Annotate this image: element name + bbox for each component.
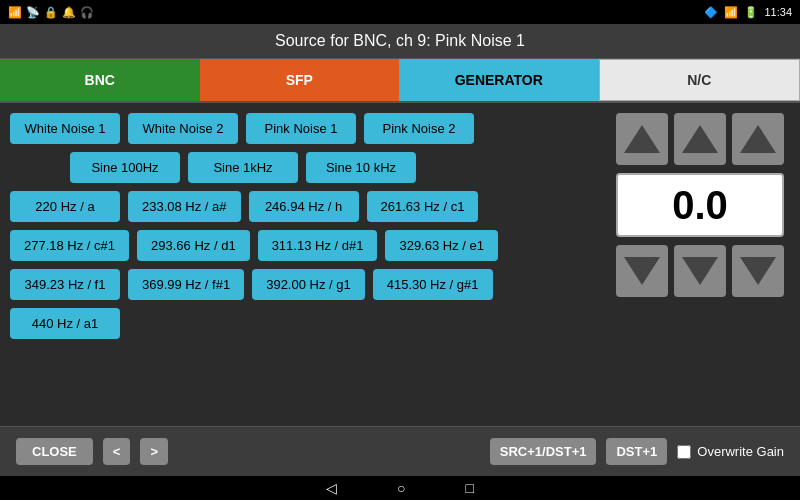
sine-10khz-button[interactable]: Sine 10 kHz xyxy=(306,152,416,183)
freq-349f1-button[interactable]: 349.23 Hz / f1 xyxy=(10,269,120,300)
wifi-status-icon: 📶 xyxy=(724,6,738,19)
noise-row: White Noise 1 White Noise 2 Pink Noise 1… xyxy=(10,113,600,144)
volume-icon: 🔔 xyxy=(62,6,76,19)
pink-noise-2-button[interactable]: Pink Noise 2 xyxy=(364,113,474,144)
next-button[interactable]: > xyxy=(140,438,168,465)
recents-icon[interactable]: □ xyxy=(466,480,474,496)
lock-icon: 🔒 xyxy=(44,6,58,19)
freq-233a-button[interactable]: 233.08 Hz / a# xyxy=(128,191,241,222)
up-arrow-2-button[interactable] xyxy=(674,113,726,165)
down-arrow-2-button[interactable] xyxy=(674,245,726,297)
back-icon[interactable]: ◁ xyxy=(326,480,337,496)
status-bar: 📶 📡 🔒 🔔 🎧 🔷 📶 🔋 11:34 xyxy=(0,0,800,24)
time-display: 11:34 xyxy=(764,6,792,18)
freq-440a1-button[interactable]: 440 Hz / a1 xyxy=(10,308,120,339)
close-button[interactable]: CLOSE xyxy=(16,438,93,465)
up-arrow-1-icon xyxy=(624,125,660,153)
freq-246h-button[interactable]: 246.94 Hz / h xyxy=(249,191,359,222)
status-icons-right: 🔷 📶 🔋 11:34 xyxy=(704,6,792,19)
down-arrow-row xyxy=(616,245,784,297)
title-bar: Source for BNC, ch 9: Pink Noise 1 xyxy=(0,24,800,59)
sine-row: Sine 100Hz Sine 1kHz Sine 10 kHz xyxy=(10,152,600,183)
value-display: 0.0 xyxy=(616,173,784,237)
freq-369f1-button[interactable]: 369.99 Hz / f#1 xyxy=(128,269,244,300)
bluetooth-icon: 🔷 xyxy=(704,6,718,19)
tab-nc[interactable]: N/C xyxy=(599,59,801,101)
overwrite-label[interactable]: Overwrite Gain xyxy=(677,444,784,459)
up-arrow-row xyxy=(616,113,784,165)
status-icons-left: 📶 📡 🔒 🔔 🎧 xyxy=(8,6,94,19)
pink-noise-1-button[interactable]: Pink Noise 1 xyxy=(246,113,356,144)
freq-row-3: 277.18 Hz / c#1 293.66 Hz / d1 311.13 Hz… xyxy=(10,230,600,261)
white-noise-1-button[interactable]: White Noise 1 xyxy=(10,113,120,144)
freq-row-5: 440 Hz / a1 xyxy=(10,308,600,339)
freq-415g1-button[interactable]: 415.30 Hz / g#1 xyxy=(373,269,493,300)
freq-261c1-button[interactable]: 261.63 Hz / c1 xyxy=(367,191,479,222)
home-icon[interactable]: ○ xyxy=(397,480,405,496)
nav-bar: ◁ ○ □ xyxy=(0,476,800,500)
freq-392g1-button[interactable]: 392.00 Hz / g1 xyxy=(252,269,365,300)
freq-row-4: 349.23 Hz / f1 369.99 Hz / f#1 392.00 Hz… xyxy=(10,269,600,300)
up-arrow-1-button[interactable] xyxy=(616,113,668,165)
freq-220a-button[interactable]: 220 Hz / a xyxy=(10,191,120,222)
up-arrow-2-icon xyxy=(682,125,718,153)
headphone-icon: 🎧 xyxy=(80,6,94,19)
overwrite-text: Overwrite Gain xyxy=(697,444,784,459)
battery-icon: 🔋 xyxy=(744,6,758,19)
freq-277c1-button[interactable]: 277.18 Hz / c#1 xyxy=(10,230,129,261)
tab-sfp[interactable]: SFP xyxy=(200,59,400,101)
page-title: Source for BNC, ch 9: Pink Noise 1 xyxy=(275,32,525,49)
left-panel: White Noise 1 White Noise 2 Pink Noise 1… xyxy=(10,113,600,416)
sine-100hz-button[interactable]: Sine 100Hz xyxy=(70,152,180,183)
prev-button[interactable]: < xyxy=(103,438,131,465)
tab-bnc[interactable]: BNC xyxy=(0,59,200,101)
freq-311d1-button[interactable]: 311.13 Hz / d#1 xyxy=(258,230,378,261)
app-container: Source for BNC, ch 9: Pink Noise 1 BNC S… xyxy=(0,24,800,476)
down-arrow-1-button[interactable] xyxy=(616,245,668,297)
signal-icon: 📡 xyxy=(26,6,40,19)
freq-293d1-button[interactable]: 293.66 Hz / d1 xyxy=(137,230,250,261)
bottom-bar: CLOSE < > SRC+1/DST+1 DST+1 Overwrite Ga… xyxy=(0,426,800,476)
up-arrow-3-icon xyxy=(740,125,776,153)
right-panel: 0.0 xyxy=(610,113,790,416)
content-area: White Noise 1 White Noise 2 Pink Noise 1… xyxy=(0,103,800,426)
dst-button[interactable]: DST+1 xyxy=(606,438,667,465)
wifi-icon: 📶 xyxy=(8,6,22,19)
freq-row-2: 220 Hz / a 233.08 Hz / a# 246.94 Hz / h … xyxy=(10,191,600,222)
down-arrow-1-icon xyxy=(624,257,660,285)
tab-generator[interactable]: GENERATOR xyxy=(399,59,599,101)
source-tabs: BNC SFP GENERATOR N/C xyxy=(0,59,800,103)
white-noise-2-button[interactable]: White Noise 2 xyxy=(128,113,238,144)
overwrite-checkbox[interactable] xyxy=(677,445,691,459)
down-arrow-3-button[interactable] xyxy=(732,245,784,297)
freq-329e1-button[interactable]: 329.63 Hz / e1 xyxy=(385,230,498,261)
src-dst-button[interactable]: SRC+1/DST+1 xyxy=(490,438,597,465)
up-arrow-3-button[interactable] xyxy=(732,113,784,165)
sine-1khz-button[interactable]: Sine 1kHz xyxy=(188,152,298,183)
down-arrow-3-icon xyxy=(740,257,776,285)
down-arrow-2-icon xyxy=(682,257,718,285)
